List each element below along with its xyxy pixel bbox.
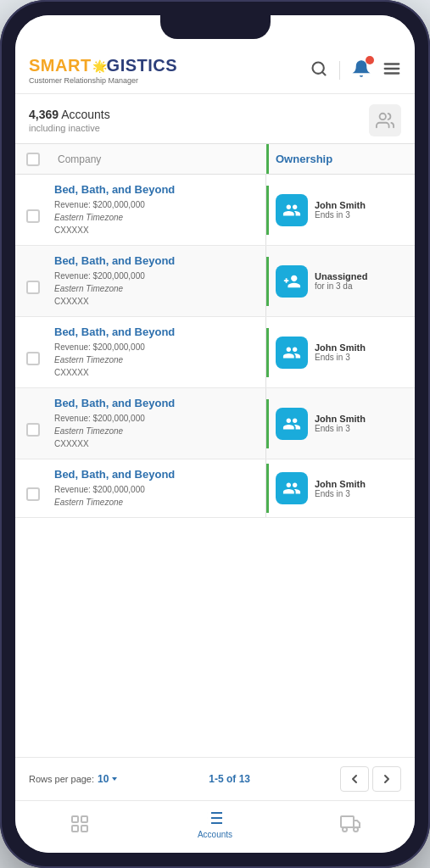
row-1-owner-name: John Smith (315, 200, 408, 210)
svg-marker-18 (354, 821, 360, 827)
next-page-button[interactable] (372, 766, 401, 792)
row-3-owner-status: Ends in 3 (315, 353, 408, 362)
notification-badge (366, 56, 374, 64)
row-4-checkbox[interactable] (26, 423, 40, 437)
row-2-owner-status: for in 3 da (315, 281, 408, 291)
row-3-ownership-icon (276, 337, 308, 369)
row-3-owner-name: John Smith (315, 342, 408, 353)
ownership-column-header: Ownership (266, 144, 415, 174)
rows-per-page: Rows per page: 10 (29, 773, 119, 785)
svg-rect-10 (81, 826, 87, 832)
row-3-company-name: Bed, Bath, and Beyond (54, 326, 259, 338)
nav-item-grid[interactable] (70, 814, 90, 834)
svg-point-20 (354, 827, 358, 832)
row-3-company[interactable]: Bed, Bath, and Beyond Revenue: $200,000,… (51, 317, 266, 387)
select-all-checkbox[interactable] (26, 153, 40, 166)
account-count: 4,369 Accounts (29, 108, 110, 121)
dropdown-arrow-icon (110, 775, 119, 783)
phone-frame: SMART 🌟 GISTICS Customer Relationship Ma… (0, 0, 430, 868)
search-icon[interactable] (310, 60, 327, 81)
row-3-ownership[interactable]: John Smith Ends in 3 (266, 328, 415, 377)
rows-value: 10 (98, 773, 109, 785)
row-5-company-name: Bed, Bath, and Beyond (54, 468, 259, 481)
menu-icon[interactable] (383, 59, 401, 82)
logo-subtitle: Customer Relationship Manager (29, 76, 177, 85)
row-4-ownership-icon (276, 408, 308, 440)
nav-accounts-label: Accounts (198, 830, 232, 839)
row-3-company-detail: Revenue: $200,000,000 Eastern Timezone C… (54, 341, 259, 379)
svg-point-19 (343, 827, 347, 832)
row-1-checkbox[interactable] (26, 209, 40, 223)
table-body: Bed, Bath, and Beyond Revenue: $200,000,… (15, 175, 415, 757)
svg-point-5 (380, 114, 386, 120)
row-2-company-detail: Revenue: $200,000,000 Eastern Timezone C… (54, 270, 259, 308)
account-summary: 4,369 Accounts including inactive (29, 108, 110, 133)
row-4-check[interactable] (15, 411, 51, 437)
svg-rect-9 (72, 826, 78, 832)
nav-item-accounts[interactable]: Accounts (198, 808, 232, 839)
row-1-ownership-icon (276, 194, 308, 226)
row-3-ownership-info: John Smith Ends in 3 (315, 342, 408, 362)
header-divider (339, 61, 340, 80)
rows-select[interactable]: 10 (98, 773, 119, 785)
phone-screen: SMART 🌟 GISTICS Customer Relationship Ma… (15, 15, 415, 853)
header-check[interactable] (15, 153, 51, 166)
page-range: 1-5 of 13 (209, 773, 250, 785)
logo-sun-icon: 🌟 (92, 59, 107, 73)
row-2-ownership-icon (276, 265, 308, 298)
table-row: Bed, Bath, and Beyond Revenue: $200,000,… (15, 459, 415, 518)
table-row: Bed, Bath, and Beyond Revenue: $200,000,… (15, 317, 415, 388)
grid-icon (70, 814, 90, 834)
phone-notch (160, 15, 271, 39)
logo-smart: SMART (29, 56, 92, 75)
row-5-owner-status: Ends in 3 (315, 489, 408, 498)
bottom-nav: Accounts (15, 800, 415, 853)
row-5-checkbox[interactable] (26, 487, 40, 501)
list-icon (204, 808, 225, 828)
row-4-company-name: Bed, Bath, and Beyond (54, 397, 259, 409)
company-column-header: Company (51, 145, 266, 174)
row-1-company[interactable]: Bed, Bath, and Beyond Revenue: $200,000,… (51, 175, 266, 245)
row-5-ownership[interactable]: John Smith Ends in 3 (266, 464, 415, 513)
table-row: Bed, Bath, and Beyond Revenue: $200,000,… (15, 246, 415, 317)
row-1-check[interactable] (15, 198, 51, 223)
row-5-check[interactable] (15, 476, 51, 501)
user-group-icon[interactable] (369, 104, 401, 136)
row-2-company[interactable]: Bed, Bath, and Beyond Revenue: $200,000,… (51, 246, 266, 316)
row-5-owner-name: John Smith (315, 479, 408, 489)
row-2-check[interactable] (15, 269, 51, 294)
logo-gistics: GISTICS (107, 56, 178, 75)
row-2-ownership[interactable]: Unassigned for in 3 da (266, 257, 415, 306)
row-4-ownership[interactable]: John Smith Ends in 3 (266, 399, 415, 448)
chevron-left-icon (350, 774, 359, 784)
bell-icon[interactable] (352, 59, 371, 82)
row-2-checkbox[interactable] (26, 281, 40, 294)
truck-icon (340, 814, 360, 834)
row-4-owner-status: Ends in 3 (315, 424, 408, 433)
row-1-company-name: Bed, Bath, and Beyond (54, 183, 259, 196)
row-4-company-detail: Revenue: $200,000,000 Eastern Timezone C… (54, 412, 259, 450)
pagination-buttons (340, 766, 401, 792)
row-5-company[interactable]: Bed, Bath, and Beyond Revenue: $200,000,… (51, 459, 266, 517)
row-4-owner-name: John Smith (315, 414, 408, 424)
table-row: Bed, Bath, and Beyond Revenue: $200,000,… (15, 175, 415, 246)
pagination-bar: Rows per page: 10 1-5 of 13 (15, 757, 415, 800)
row-4-company[interactable]: Bed, Bath, and Beyond Revenue: $200,000,… (51, 388, 266, 459)
svg-rect-7 (72, 816, 78, 822)
nav-item-truck[interactable] (340, 814, 360, 834)
row-1-owner-status: Ends in 3 (315, 210, 408, 220)
table-row: Bed, Bath, and Beyond Revenue: $200,000,… (15, 388, 415, 459)
row-2-company-name: Bed, Bath, and Beyond (54, 254, 259, 267)
row-3-checkbox[interactable] (26, 352, 40, 365)
row-3-check[interactable] (15, 340, 51, 365)
prev-page-button[interactable] (340, 766, 369, 792)
logo-area: SMART 🌟 GISTICS Customer Relationship Ma… (29, 56, 177, 85)
svg-line-1 (322, 71, 326, 75)
account-inactive: including inactive (29, 123, 110, 133)
svg-marker-6 (112, 777, 117, 781)
row-1-ownership[interactable]: John Smith Ends in 3 (266, 186, 415, 235)
header-icons (310, 59, 401, 82)
table-header: Company Ownership (15, 143, 415, 175)
account-number: 4,369 (29, 108, 59, 121)
svg-rect-17 (341, 816, 354, 827)
